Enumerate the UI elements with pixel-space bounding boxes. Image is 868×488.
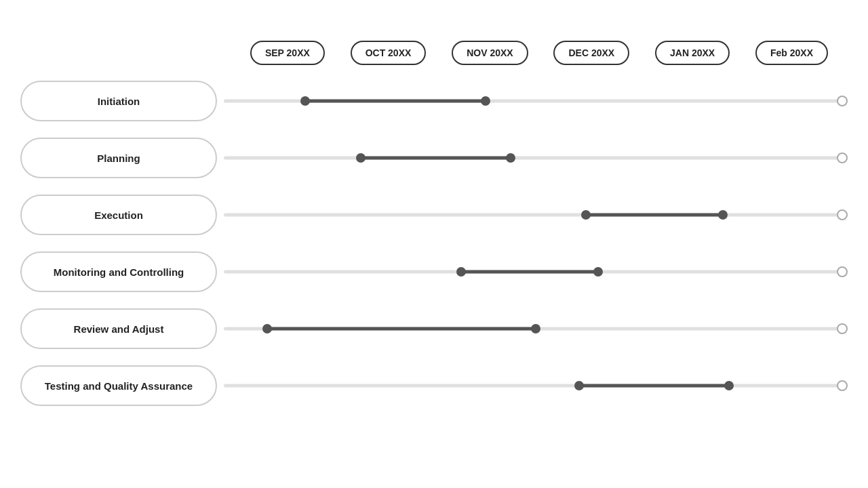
row-track-0	[224, 81, 848, 121]
dot-end	[531, 324, 540, 333]
bar-segment	[267, 327, 536, 331]
row-label-2: Execution	[20, 195, 217, 235]
month-pill-jan: JAN 20XX	[655, 41, 730, 65]
dot-start	[574, 381, 584, 390]
month-pill-nov: NOV 20XX	[452, 41, 528, 65]
row-label-3: Monitoring and Controlling	[20, 251, 217, 292]
row-label-1: Planning	[20, 138, 217, 178]
end-circle	[837, 96, 848, 106]
month-header: SEP 20XXOCT 20XXNOV 20XXDEC 20XXJAN 20XX…	[237, 41, 848, 65]
end-circle	[837, 266, 848, 277]
dot-end	[593, 267, 603, 277]
end-circle	[837, 323, 848, 334]
month-pill-dec: DEC 20XX	[553, 41, 629, 65]
month-pill-feb: Feb 20XX	[755, 41, 828, 65]
bar-segment	[586, 214, 723, 217]
table-row: Initiation	[20, 77, 848, 125]
bar-segment	[579, 384, 729, 388]
dot-start	[356, 153, 366, 163]
row-track-1	[224, 138, 848, 178]
row-track-4	[224, 308, 848, 349]
bar-segment	[361, 157, 511, 160]
table-row: Testing and Quality Assurance	[20, 362, 848, 409]
row-label-4: Review and Adjust	[20, 308, 217, 349]
track-line	[224, 214, 848, 217]
row-track-5	[224, 365, 848, 406]
row-track-3	[224, 251, 848, 292]
dot-start	[300, 96, 310, 106]
month-pill-sep: SEP 20XX	[250, 41, 325, 65]
dot-end	[481, 96, 490, 106]
table-row: Execution	[20, 191, 848, 239]
row-label-5: Testing and Quality Assurance	[20, 365, 217, 406]
row-track-2	[224, 195, 848, 235]
dot-end	[506, 153, 515, 163]
track-line	[224, 157, 848, 160]
dot-start	[456, 267, 466, 277]
end-circle	[837, 152, 848, 163]
table-row: Review and Adjust	[20, 305, 848, 352]
bar-segment	[461, 270, 598, 274]
table-row: Planning	[20, 134, 848, 182]
track-line	[224, 384, 848, 388]
end-circle	[837, 209, 848, 220]
dot-end	[724, 381, 734, 390]
end-circle	[837, 380, 848, 391]
dot-start	[262, 324, 272, 333]
gantt-rows: InitiationPlanningExecutionMonitoring an…	[20, 77, 848, 419]
timeline-container: SEP 20XXOCT 20XXNOV 20XXDEC 20XXJAN 20XX…	[0, 41, 868, 419]
row-label-0: Initiation	[20, 81, 217, 121]
dot-start	[581, 210, 591, 220]
table-row: Monitoring and Controlling	[20, 248, 848, 296]
dot-end	[718, 210, 728, 220]
bar-segment	[305, 100, 486, 103]
month-pill-oct: OCT 20XX	[351, 41, 427, 65]
